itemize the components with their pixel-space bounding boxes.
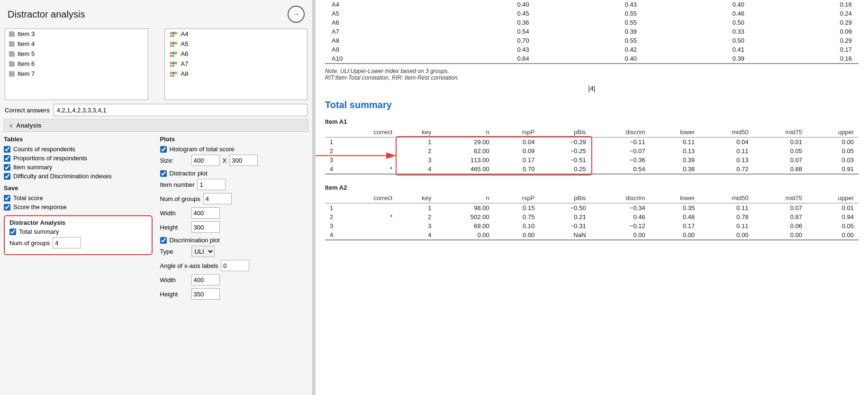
svg-point-3 — [170, 35, 172, 37]
height-input[interactable] — [191, 221, 220, 233]
size-row: Size: X — [160, 155, 309, 166]
list-item[interactable]: A6 — [165, 49, 307, 59]
section-header[interactable]: ∨ Analysis — [4, 119, 308, 132]
num-groups-input[interactable] — [53, 237, 81, 248]
item-number-row: Item number — [160, 179, 309, 190]
item-number-input[interactable] — [197, 179, 226, 190]
height2-row: Height — [160, 288, 309, 300]
item-icon — [9, 31, 15, 37]
col-left: Tables Counts of respondents Proportions… — [4, 136, 156, 303]
svg-point-4 — [172, 35, 174, 37]
table-row: A5 0.45 0.55 0.46 0.24 — [325, 9, 859, 18]
total-summary-checkbox[interactable] — [9, 229, 16, 235]
table-header-row: correct key n rspP pBis discrim lower mi… — [325, 127, 859, 138]
score-response-row: Score the response — [4, 203, 153, 211]
item-a1-section: Item A1 correct key n rspP pBis discrim … — [325, 118, 859, 175]
group-icon — [169, 51, 178, 57]
correct-answers-input[interactable] — [54, 104, 307, 116]
svg-point-9 — [172, 45, 174, 47]
score-response-checkbox[interactable] — [4, 204, 10, 211]
list-item[interactable]: A7 — [165, 59, 307, 69]
item-summary-row: Item summary — [4, 164, 153, 171]
size-height-input[interactable] — [229, 155, 258, 166]
angle-input[interactable] — [221, 260, 249, 271]
table-row: A7 0.54 0.39 0.33 0.09 — [325, 27, 859, 36]
plots-title: Plots — [160, 136, 309, 143]
angle-row: Angle of x-axis labels — [160, 260, 309, 271]
table-row: 1 1 29.00 0.04 −0.29 −0.11 0.11 0.04 0.0… — [325, 138, 859, 147]
correct-answers-row: Correct answers — [0, 101, 312, 119]
panel-header: Distractor analysis → — [0, 0, 312, 28]
discrimination-plot-label: Discrimination plot — [170, 237, 220, 244]
list-item[interactable]: Item 3 — [5, 29, 148, 39]
height2-label: Height — [160, 291, 189, 298]
group-icon — [169, 31, 178, 37]
width-input[interactable] — [191, 207, 220, 219]
left-panel: Distractor analysis → Item 3 Item 4 Item… — [0, 0, 313, 395]
svg-point-2 — [174, 32, 177, 35]
x-separator: X — [223, 157, 227, 164]
type-select[interactable]: ULI RIT RIR — [191, 246, 215, 257]
svg-point-22 — [174, 72, 177, 74]
width2-label: Width — [160, 276, 189, 284]
num-groups-row: Num.of groups — [9, 237, 147, 248]
table-row: 4 * 4 465.00 0.70 0.25 0.54 0.38 0.72 0.… — [325, 165, 859, 174]
note-text: Note. ULI:Upper-Lower Index based on 3 g… — [325, 68, 859, 81]
num-groups-plot-label: Num.of groups — [160, 195, 200, 202]
distractor-plot-checkbox[interactable] — [160, 170, 167, 177]
nav-button[interactable]: → — [288, 6, 305, 23]
table-row: A8 0.70 0.55 0.50 0.29 — [325, 36, 859, 45]
list-item[interactable]: A4 — [165, 29, 307, 39]
svg-point-14 — [172, 55, 174, 57]
save-section: Save Total score Score the response — [4, 184, 153, 211]
height2-input[interactable] — [191, 288, 220, 300]
list-item[interactable]: Item 7 — [5, 69, 148, 79]
item-icon — [9, 71, 15, 77]
width2-row: Width — [160, 274, 309, 285]
table-row: A4 0.40 0.43 0.40 0.16 — [325, 0, 859, 9]
list-item[interactable]: Item 5 — [5, 49, 148, 59]
num-groups-plot-input[interactable] — [203, 193, 232, 204]
height-row: Height — [160, 221, 309, 233]
proportions-checkbox[interactable] — [4, 155, 10, 162]
right-panel: A4 0.40 0.43 0.40 0.16 A5 0.45 0.55 0.46… — [316, 0, 868, 395]
item-icon — [9, 51, 15, 57]
difficulty-label: Difficulty and Discrimination indexes — [13, 173, 112, 180]
discrimination-plot-checkbox[interactable] — [160, 237, 167, 244]
size-label: Size: — [160, 157, 189, 164]
group-icon — [169, 71, 178, 77]
item-a2-section: Item A2 correct key n rspP pBis discrim … — [325, 184, 859, 240]
num-groups-label: Num.of groups — [9, 239, 50, 247]
counts-checkbox[interactable] — [4, 146, 10, 153]
items-list-2[interactable]: A4 A5 A6 — [164, 28, 308, 100]
width-row: Width — [160, 207, 309, 219]
difficulty-checkbox[interactable] — [4, 173, 10, 180]
histogram-row: Histogram of total score — [160, 146, 309, 153]
table-row: 1 1 98.00 0.15 −0.50 −0.34 0.35 0.11 0.0… — [325, 203, 859, 213]
item-summary-checkbox[interactable] — [4, 164, 10, 171]
items-list-1[interactable]: Item 3 Item 4 Item 5 Item 6 Item 7 — [5, 28, 148, 100]
two-column-layout: Tables Counts of respondents Proportions… — [4, 136, 308, 303]
save-title: Save — [4, 184, 153, 192]
score-response-label: Score the response — [13, 203, 67, 211]
lists-area: Item 3 Item 4 Item 5 Item 6 Item 7 — [0, 28, 312, 101]
list-item[interactable]: A8 — [165, 69, 307, 79]
discrimination-plot-row: Discrimination plot — [160, 237, 309, 244]
analysis-section: ∨ Analysis Tables Counts of respondents … — [0, 119, 312, 395]
item-number-label: Item number — [160, 181, 195, 188]
svg-point-18 — [170, 65, 172, 67]
total-score-checkbox[interactable] — [4, 195, 10, 202]
histogram-checkbox[interactable] — [160, 146, 167, 153]
group-icon — [169, 41, 178, 47]
width2-input[interactable] — [191, 274, 220, 285]
size-width-input[interactable] — [191, 155, 220, 166]
svg-point-17 — [174, 62, 177, 64]
total-score-row: Total score — [4, 194, 153, 202]
total-summary-row: Total summary — [9, 228, 147, 235]
histogram-label: Histogram of total score — [170, 146, 235, 153]
svg-point-7 — [174, 42, 177, 45]
total-score-label: Total score — [13, 194, 43, 202]
list-item[interactable]: Item 6 — [5, 59, 148, 69]
list-item[interactable]: Item 4 — [5, 39, 148, 49]
list-item[interactable]: A5 — [165, 39, 307, 49]
